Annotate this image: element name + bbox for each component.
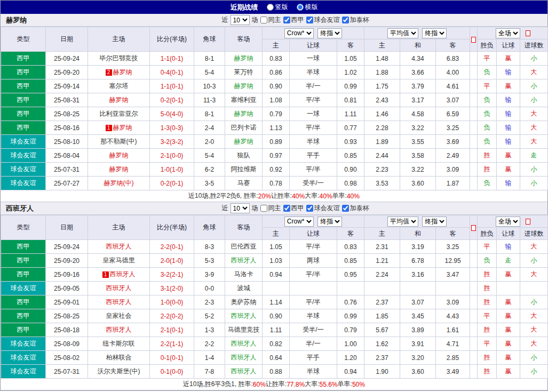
friendly-checkbox[interactable] — [306, 17, 313, 23]
away-team-name[interactable]: 马赛 — [237, 179, 250, 187]
away-team-name[interactable]: 西班牙人 — [231, 354, 257, 361]
home-team-name[interactable]: 西班牙人 — [106, 284, 132, 292]
cup-checkbox[interactable] — [342, 205, 349, 212]
away-team-name[interactable]: 西班牙人 — [231, 340, 257, 347]
home-team-name[interactable]: 沃尔夫斯堡(中) — [98, 367, 140, 375]
vertical-layout-radio[interactable] — [267, 4, 274, 11]
scope-select[interactable]: 全场 — [496, 28, 520, 38]
home-team-name[interactable]: 赫罗纳(中) — [104, 179, 134, 187]
cell-score[interactable]: 5-0(4-0) — [150, 107, 194, 121]
big-rate: 40% — [320, 193, 332, 200]
away-team-name[interactable]: 狼队 — [237, 151, 250, 159]
home-team-name[interactable]: 西班牙人 — [110, 270, 136, 278]
away-team-name[interactable]: 波城 — [237, 284, 250, 292]
match-count-select[interactable]: 10 — [231, 203, 250, 213]
cell-score[interactable]: 2-2(0-1) — [150, 240, 194, 254]
odds-time-select[interactable]: 终指 — [317, 28, 342, 38]
cell-score[interactable]: 0-1(0-1) — [150, 351, 194, 365]
cell-date: 25-09-24 — [46, 240, 88, 254]
home-team-name[interactable]: 比利亚雷亚尔 — [100, 110, 138, 117]
same-home-filter[interactable]: 同主 — [260, 15, 281, 25]
away-team-name[interactable]: 西班牙人 — [231, 257, 257, 264]
away-team-name[interactable]: 塞维利亚 — [231, 96, 257, 103]
avg-time-select[interactable]: 终指 — [422, 217, 447, 227]
away-team-name[interactable]: 西班牙人 — [231, 312, 257, 319]
league-checkbox[interactable] — [283, 17, 290, 23]
cell-avg-away: 3.09 — [436, 295, 470, 309]
scope-select[interactable]: 全场 — [496, 217, 520, 227]
away-team-name[interactable]: 莱万特 — [234, 68, 253, 76]
cell-score[interactable]: 2-1(0-1) — [150, 323, 194, 337]
layout-option-vertical[interactable]: 竖版 — [267, 3, 288, 12]
away-team-name[interactable]: 马德里竞技 — [228, 326, 260, 333]
odds-company-select[interactable]: Crow* — [284, 217, 314, 227]
away-team-name[interactable]: 阿拉维斯 — [231, 165, 257, 173]
cell-odds-home: 0.83 — [263, 52, 290, 66]
cell-score[interactable]: 3-1(2-0) — [150, 282, 194, 295]
layout-option-horizontal[interactable]: 横版 — [297, 3, 318, 12]
home-team-name[interactable]: 西班牙人 — [106, 243, 132, 250]
home-team-name[interactable]: 毕尔巴鄂竞技 — [100, 54, 138, 62]
home-team-name[interactable]: 皇家社会 — [106, 312, 132, 319]
cell-score[interactable]: 1-0(1-0) — [150, 163, 194, 177]
cell-score[interactable]: 0-1(0-0) — [150, 365, 194, 379]
away-team-name[interactable]: 巴列卡诺 — [231, 124, 257, 131]
away-team-name[interactable]: 奥萨苏纳 — [231, 298, 257, 306]
friendly-filter[interactable]: 球会友谊 — [306, 204, 340, 213]
cell-score[interactable]: 1-1(0-1) — [150, 52, 194, 66]
cell-score[interactable]: 1-1(0-1) — [150, 79, 194, 93]
home-team-name[interactable]: 赫罗纳 — [113, 68, 132, 76]
away-team-name[interactable]: 赫罗纳 — [234, 110, 253, 117]
home-team-name[interactable]: 柏林联合 — [106, 354, 132, 361]
home-team-name[interactable]: 赫罗纳 — [113, 124, 132, 131]
cup-checkbox[interactable] — [342, 17, 349, 23]
avg-select[interactable]: 平均值 — [387, 217, 418, 227]
avg-time-select[interactable]: 终指 — [422, 28, 447, 38]
home-team-name[interactable]: 赫罗纳 — [109, 96, 129, 103]
away-team-name[interactable]: 西班牙人 — [231, 367, 257, 375]
cell-score[interactable]: 3-2(2-1) — [150, 268, 194, 282]
away-team-name[interactable]: 赫罗纳 — [234, 54, 253, 62]
odds-time-select[interactable]: 终指 — [317, 217, 342, 227]
cell-score[interactable]: 2-2(0-2) — [150, 309, 194, 323]
odds-company-select[interactable]: Crow* — [284, 28, 314, 38]
same-home-checkbox[interactable] — [260, 17, 267, 23]
away-team-name[interactable]: 巴伦西亚 — [231, 243, 257, 250]
home-team-name[interactable]: 西班牙人 — [106, 326, 132, 333]
cell-score[interactable]: 0-4(0-1) — [150, 66, 194, 79]
away-team-name[interactable]: 赫罗纳 — [234, 82, 253, 90]
cup-filter[interactable]: 加泰杯 — [342, 15, 369, 25]
same-home-checkbox[interactable] — [260, 205, 267, 212]
cup-filter[interactable]: 加泰杯 — [342, 204, 369, 213]
league-filter[interactable]: 西甲 — [283, 204, 304, 213]
home-team-name[interactable]: 塞尔塔 — [109, 82, 129, 90]
away-team-name[interactable]: 赫罗纳 — [234, 138, 253, 145]
cell-spacer — [470, 268, 478, 282]
cell-score[interactable]: 2-0(1-0) — [150, 254, 194, 268]
avg-select[interactable]: 平均值 — [387, 28, 418, 38]
cell-score[interactable]: 2-2(1-1) — [150, 337, 194, 351]
friendly-filter[interactable]: 球会友谊 — [306, 15, 340, 25]
match-count-select[interactable]: 10 — [231, 15, 250, 25]
home-team-name[interactable]: 西班牙人 — [106, 298, 132, 306]
home-team-name[interactable]: 赫罗纳 — [109, 165, 129, 173]
cell-score[interactable]: 0-2(0-1) — [150, 93, 194, 107]
friendly-checkbox[interactable] — [306, 205, 313, 212]
horizontal-layout-radio[interactable] — [297, 4, 304, 11]
cell-score[interactable]: 0-2(0-1) — [150, 177, 194, 190]
home-team-name[interactable]: 纽卡斯尔联 — [103, 340, 135, 347]
cell-score[interactable]: 1-3(0-3) — [150, 121, 194, 135]
same-home-filter[interactable]: 同主 — [260, 204, 281, 213]
away-team-name[interactable]: 马洛卡 — [234, 270, 253, 278]
cell-score[interactable]: 1-0(0-0) — [150, 295, 194, 309]
league-checkbox[interactable] — [283, 205, 290, 212]
home-team-name[interactable]: 那不勒斯(中) — [101, 138, 137, 145]
cell-odds-away: 0.94 — [337, 365, 364, 379]
home-team-name[interactable]: 赫罗纳 — [109, 151, 129, 159]
league-filter[interactable]: 西甲 — [283, 15, 304, 25]
cell-result: 胜 — [478, 351, 497, 365]
cell-score[interactable]: 3-2(3-2) — [150, 135, 194, 149]
home-team-name[interactable]: 皇家马德里 — [103, 257, 135, 264]
filter-bar: 近 10 场 同主 西甲 球会友谊 加泰杯 — [65, 203, 526, 213]
cell-score[interactable]: 2-1(0-0) — [150, 149, 194, 163]
